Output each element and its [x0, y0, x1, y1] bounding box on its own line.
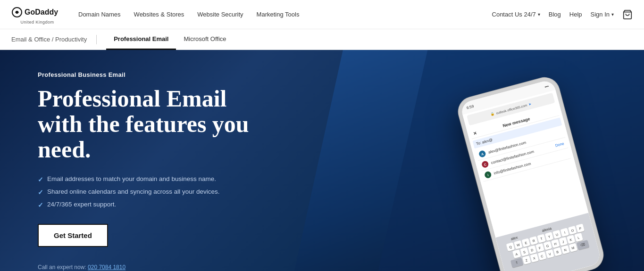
godaddy-logo: GoDaddy [11, 5, 63, 20]
phone-link[interactable]: 020 7084 1810 [88, 264, 125, 271]
avatar-i: i [484, 171, 492, 179]
hero-title: Professional Email with the features you… [38, 86, 264, 162]
cart-icon[interactable] [622, 9, 633, 20]
phone-screen: 6:59 ▪▪▪ 🔒 outlook.office365.com ➤ ✕ New… [460, 79, 602, 271]
key-u[interactable]: U [552, 230, 561, 239]
to-value: alex@ [482, 138, 493, 145]
subnav-divider [96, 35, 97, 44]
key-m[interactable]: M [569, 243, 577, 252]
feature-1: Email addresses to match your domain and… [38, 175, 264, 183]
signin-chevron-icon: ▾ [611, 12, 614, 17]
call-text: Call an expert now: [38, 264, 88, 271]
key-x[interactable]: X [530, 254, 539, 263]
key-v[interactable]: V [545, 249, 554, 258]
key-z[interactable]: Z [522, 255, 531, 264]
key-b[interactable]: B [553, 247, 562, 256]
key-shift[interactable]: ⇧ [510, 258, 523, 268]
key-h[interactable]: H [551, 239, 560, 248]
nav-marketing-tools[interactable]: Marketing Tools [257, 11, 300, 18]
sign-in-label: Sign In [591, 11, 610, 18]
close-icon[interactable]: ✕ [473, 131, 477, 136]
key-s[interactable]: S [520, 247, 529, 256]
sign-in-button[interactable]: Sign In ▾ [591, 11, 614, 18]
header: GoDaddy United Kingdom Domain Names Webs… [0, 0, 644, 29]
avatar-a: A [478, 150, 486, 158]
phone-mockup: 6:59 ▪▪▪ 🔒 outlook.office365.com ➤ ✕ New… [446, 61, 616, 271]
hero-content: Professional Business Email Professional… [38, 71, 264, 271]
phone-outer: 6:59 ▪▪▪ 🔒 outlook.office365.com ➤ ✕ New… [455, 74, 606, 271]
key-c[interactable]: C [537, 251, 546, 260]
hero-features: Email addresses to match your domain and… [38, 175, 264, 209]
svg-point-1 [16, 11, 18, 14]
hero-eyebrow: Professional Business Email [38, 71, 264, 78]
logo-tagline: United Kingdom [20, 20, 54, 25]
to-label: To: [476, 140, 482, 146]
phone-signal: ▪▪▪ [544, 84, 549, 89]
key-y[interactable]: Y [545, 232, 554, 241]
main-nav: Domain Names Websites & Stores Website S… [78, 11, 492, 18]
key-q[interactable]: Q [506, 242, 515, 251]
suggestion-alex[interactable]: alex [510, 235, 519, 241]
key-o[interactable]: O [568, 226, 577, 235]
key-w[interactable]: W [514, 240, 523, 249]
key-i[interactable]: I [560, 228, 569, 237]
svg-text:GoDaddy: GoDaddy [25, 8, 58, 16]
key-j[interactable]: J [559, 237, 568, 246]
hero-call: Call an expert now: 020 7084 1810 [38, 264, 264, 271]
key-t[interactable]: T [537, 234, 546, 243]
logo-area[interactable]: GoDaddy United Kingdom [11, 5, 63, 25]
lock-icon: 🔒 [490, 112, 495, 116]
send-icon: ➤ [528, 102, 532, 106]
phone-time: 6:59 [466, 104, 474, 110]
contact-us-button[interactable]: Contact Us 24/7 ▾ [492, 11, 540, 18]
nav-websites-stores[interactable]: Websites & Stores [134, 11, 184, 18]
key-a[interactable]: A [512, 249, 521, 258]
key-e[interactable]: E [521, 238, 530, 247]
key-delete[interactable]: ⌫ [576, 240, 589, 250]
key-n[interactable]: N [561, 245, 570, 254]
subnav-tabs: Professional Email Microsoft Office [106, 29, 234, 50]
key-g[interactable]: G [543, 241, 552, 250]
nav-domain-names[interactable]: Domain Names [78, 11, 121, 18]
key-d[interactable]: D [527, 245, 536, 254]
key-r[interactable]: R [529, 236, 538, 245]
contact-chevron-icon: ▾ [538, 12, 540, 17]
key-p[interactable]: P [576, 223, 585, 232]
nav-website-security[interactable]: Website Security [197, 11, 243, 18]
blog-link[interactable]: Blog [549, 11, 561, 18]
key-l[interactable]: L [574, 233, 583, 242]
feature-2: Shared online calendars and syncing acro… [38, 188, 264, 196]
key-f[interactable]: F [535, 243, 544, 252]
avatar-c: C [481, 160, 489, 168]
contact-us-label: Contact Us 24/7 [492, 11, 536, 18]
hero-section: Professional Business Email Professional… [0, 50, 644, 271]
help-link[interactable]: Help [569, 11, 582, 18]
nav-right: Contact Us 24/7 ▾ Blog Help Sign In ▾ [492, 9, 633, 20]
feature-3: 24/7/365 expert support. [38, 201, 264, 209]
get-started-button[interactable]: Get Started [38, 224, 108, 247]
tab-microsoft-office[interactable]: Microsoft Office [176, 29, 234, 50]
tab-professional-email[interactable]: Professional Email [106, 29, 176, 50]
key-k[interactable]: K [566, 235, 575, 244]
suggestion-empty [575, 220, 576, 224]
breadcrumb: Email & Office / Productivity [11, 36, 87, 43]
subnav: Email & Office / Productivity Profession… [0, 29, 644, 50]
done-link[interactable]: Done [555, 141, 565, 148]
